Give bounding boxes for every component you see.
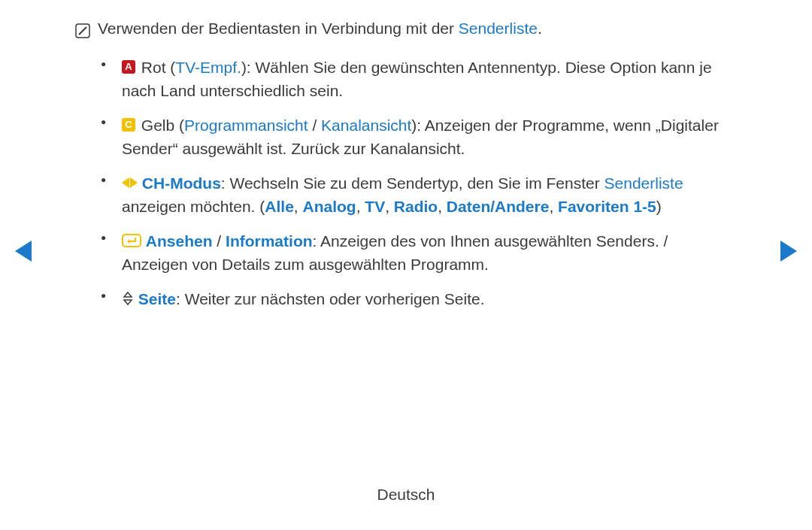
ch-o2: Analog bbox=[302, 198, 356, 215]
intro-text: Verwenden der Bedientasten in Verbindung… bbox=[98, 17, 737, 41]
ch-c5: , bbox=[549, 198, 558, 215]
page-prev-button[interactable] bbox=[15, 241, 32, 262]
item-seite: Seite: Weiter zur nächsten oder vorherig… bbox=[101, 287, 737, 311]
item-rot: A Rot (TV-Empf.): Wählen Sie den gewünsc… bbox=[101, 56, 737, 103]
page-next-button[interactable] bbox=[780, 241, 797, 262]
item-gelb: C Gelb (Programmansicht / Kanalansicht):… bbox=[101, 114, 737, 161]
ch-after1: : Wechseln Sie zu dem Sendertyp, den Sie… bbox=[221, 174, 604, 192]
note-icon bbox=[75, 21, 90, 45]
gelb-label: Gelb ( bbox=[137, 117, 184, 134]
gelb-sep: / bbox=[308, 117, 322, 134]
bullet-list: A Rot (TV-Empf.): Wählen Sie den gewünsc… bbox=[75, 56, 737, 311]
enter-icon bbox=[122, 234, 141, 247]
left-right-arrows-icon bbox=[122, 177, 138, 188]
ch-c1: , bbox=[294, 198, 303, 215]
page-content: Verwenden der Bedientasten in Verbindung… bbox=[75, 17, 737, 321]
intro-link: Senderliste bbox=[459, 20, 538, 37]
up-down-icon bbox=[122, 291, 134, 306]
svg-line-1 bbox=[79, 27, 86, 35]
ch-o5: Daten/Andere bbox=[447, 198, 550, 215]
ch-close: ) bbox=[656, 198, 662, 215]
page-language-footer: Deutsch bbox=[0, 483, 812, 507]
rot-label: Rot ( bbox=[137, 59, 175, 76]
ch-c4: , bbox=[438, 198, 447, 215]
ch-modus-title: CH-Modus bbox=[142, 174, 221, 192]
ansehen-link1: Ansehen bbox=[146, 232, 213, 250]
ch-after2: anzeigen möchten. ( bbox=[122, 198, 265, 215]
intro-row: Verwenden der Bedientasten in Verbindung… bbox=[75, 17, 737, 45]
ch-c2: , bbox=[356, 198, 365, 215]
intro-prefix: Verwenden der Bedientasten in Verbindung… bbox=[98, 20, 459, 37]
item-ch-modus: CH-Modus: Wechseln Sie zu dem Sendertyp,… bbox=[101, 171, 737, 219]
ansehen-sep: / bbox=[213, 232, 226, 250]
intro-suffix: . bbox=[538, 20, 542, 37]
ch-o3: TV bbox=[365, 198, 385, 215]
red-a-icon: A bbox=[122, 60, 135, 74]
rot-link: TV-Empf. bbox=[175, 59, 241, 76]
ch-o4: Radio bbox=[394, 198, 438, 215]
ansehen-link2: Information bbox=[226, 232, 313, 250]
yellow-c-icon: C bbox=[122, 118, 135, 132]
seite-after: : Weiter zur nächsten oder vorherigen Se… bbox=[176, 290, 485, 307]
ch-c3: , bbox=[385, 198, 394, 215]
triangle-right-icon bbox=[780, 241, 797, 262]
triangle-left-icon bbox=[15, 241, 32, 262]
ch-link-senderliste: Senderliste bbox=[604, 174, 683, 192]
gelb-link1: Programmansicht bbox=[184, 117, 308, 134]
seite-link: Seite bbox=[138, 290, 176, 307]
item-ansehen: Ansehen / Information: Anzeigen des von … bbox=[101, 229, 737, 277]
gelb-link2: Kanalansicht bbox=[321, 117, 411, 134]
ch-o1: Alle bbox=[265, 198, 294, 215]
ch-o6: Favoriten 1-5 bbox=[558, 198, 656, 215]
